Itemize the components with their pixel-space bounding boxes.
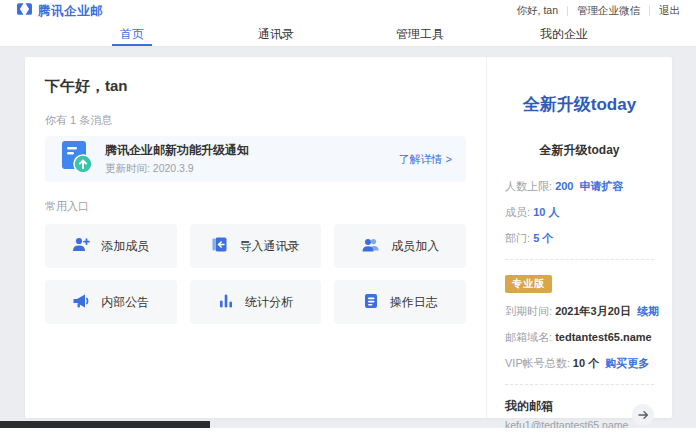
notice-details-link[interactable]: 了解详情 > xyxy=(399,152,452,167)
notice-texts: 腾讯企业邮新功能升级通知 更新时间: 2020.3.9 xyxy=(105,142,387,176)
tab-home[interactable]: 首页 xyxy=(60,22,204,46)
mail-domain-row: 邮箱域名: tedtantest65.name xyxy=(505,330,654,345)
plan-badge: 专业版 xyxy=(505,275,552,293)
plan-label: VIP帐号总数: xyxy=(505,357,573,369)
plan-info: 到期时间: 2021年3月20日续期 邮箱域名: tedtantest65.na… xyxy=(505,304,654,371)
mailbox-title: 我的邮箱 xyxy=(505,398,628,415)
shortcuts-grid: 添加成员 导入通讯录 xyxy=(45,224,466,324)
user-greeting: 你好, tan xyxy=(517,4,558,18)
bar-chart-icon xyxy=(218,293,234,312)
app-title: 腾讯企业邮 xyxy=(38,3,103,20)
stat-departments: 部门: 5 个 xyxy=(505,231,654,246)
vip-accounts-row: VIP帐号总数: 10 个购买更多 xyxy=(505,356,654,371)
logout-link[interactable]: 退出 xyxy=(659,4,680,18)
app-logo[interactable]: 腾讯企业邮 xyxy=(16,2,103,20)
stat-member-limit: 人数上限: 200申请扩容 xyxy=(505,179,654,194)
plan-value: 2021年3月20日 xyxy=(555,305,631,317)
internal-announcement-button[interactable]: 内部公告 xyxy=(45,280,177,324)
add-member-button[interactable]: 添加成员 xyxy=(45,224,177,268)
import-contacts-button[interactable]: 导入通讯录 xyxy=(190,224,322,268)
side-panel: 全新升级today 全新升级today 人数上限: 200申请扩容 成员: 10… xyxy=(486,57,672,418)
content-card: 下午好，tan 你有 1 条消息 腾讯企业邮新功能升级通知 更新时间: 2020… xyxy=(25,57,672,418)
person-add-icon xyxy=(72,236,90,256)
notice-updated: 更新时间: 2020.3.9 xyxy=(105,162,387,176)
exmail-logo-icon xyxy=(16,2,33,20)
messages-summary: 你有 1 条消息 xyxy=(45,113,466,128)
plan-value: tedtantest65.name xyxy=(555,331,652,343)
page-greeting: 下午好，tan xyxy=(45,77,466,96)
renew-link[interactable]: 续期 xyxy=(637,305,659,317)
shortcut-label: 统计分析 xyxy=(245,294,293,311)
stat-value: 10 人 xyxy=(533,206,559,218)
manage-wecom-link[interactable]: 管理企业微信 xyxy=(577,4,640,18)
mailbox-texts: 我的邮箱 kefu1@tedtantest65.name xyxy=(505,398,628,431)
stat-label: 成员: xyxy=(505,206,533,218)
operation-log-button[interactable]: 操作日志 xyxy=(334,280,466,324)
divider xyxy=(505,384,654,385)
announcement-icon xyxy=(72,293,90,312)
member-join-button[interactable]: 成员加入 xyxy=(334,224,466,268)
shortcut-label: 操作日志 xyxy=(390,294,438,311)
statistics-button[interactable]: 统计分析 xyxy=(190,280,322,324)
shortcut-label: 添加成员 xyxy=(101,238,149,255)
shortcut-label: 内部公告 xyxy=(101,294,149,311)
buy-more-link[interactable]: 购买更多 xyxy=(605,357,649,369)
members-join-icon xyxy=(361,237,380,256)
stat-label: 人数上限: xyxy=(505,180,555,192)
open-mailbox-button[interactable] xyxy=(632,404,654,426)
stat-label: 部门: xyxy=(505,232,533,244)
import-contacts-icon xyxy=(211,236,228,256)
bottom-strip xyxy=(0,428,696,437)
upgrade-notice-item[interactable]: 腾讯企业邮新功能升级通知 更新时间: 2020.3.9 了解详情 > xyxy=(45,136,466,182)
main-nav: 首页 通讯录 管理工具 我的企业 xyxy=(0,22,696,47)
plan-label: 邮箱域名: xyxy=(505,331,555,343)
promo-title: 全新升级today xyxy=(505,93,654,116)
stat-members: 成员: 10 人 xyxy=(505,205,654,220)
org-stats: 人数上限: 200申请扩容 成员: 10 人 部门: 5 个 xyxy=(505,179,654,246)
expand-capacity-link[interactable]: 申请扩容 xyxy=(579,180,623,192)
divider xyxy=(649,6,650,16)
stat-value: 200 xyxy=(555,180,573,192)
main-panel: 下午好，tan 你有 1 条消息 腾讯企业邮新功能升级通知 更新时间: 2020… xyxy=(25,57,486,418)
tab-contacts[interactable]: 通讯录 xyxy=(204,22,348,46)
top-bar: 腾讯企业邮 你好, tan 管理企业微信 退出 xyxy=(0,0,696,22)
plan-expiry-row: 到期时间: 2021年3月20日续期 xyxy=(505,304,654,319)
arrow-right-icon xyxy=(638,406,649,424)
upgrade-notice-icon xyxy=(59,140,93,178)
my-mailbox: 我的邮箱 kefu1@tedtantest65.name xyxy=(505,398,654,431)
shortcut-label: 成员加入 xyxy=(391,238,439,255)
tab-my-company[interactable]: 我的企业 xyxy=(492,22,636,46)
promo-subtitle: 全新升级today xyxy=(505,142,654,159)
operation-log-icon xyxy=(363,293,379,312)
notice-title: 腾讯企业邮新功能升级通知 xyxy=(105,142,387,159)
shortcuts-title: 常用入口 xyxy=(45,199,466,214)
divider xyxy=(567,6,568,16)
plan-value: 10 个 xyxy=(573,357,599,369)
tab-admin-tools[interactable]: 管理工具 xyxy=(348,22,492,46)
divider xyxy=(505,259,654,260)
shortcut-label: 导入通讯录 xyxy=(239,238,299,255)
stat-value: 5 个 xyxy=(533,232,553,244)
top-links: 你好, tan 管理企业微信 退出 xyxy=(517,4,680,18)
exmail-admin-home: 腾讯企业邮 你好, tan 管理企业微信 退出 首页 通讯录 管理工具 我的企业… xyxy=(0,0,696,437)
bottom-progress-bar xyxy=(0,421,210,428)
plan-label: 到期时间: xyxy=(505,305,555,317)
